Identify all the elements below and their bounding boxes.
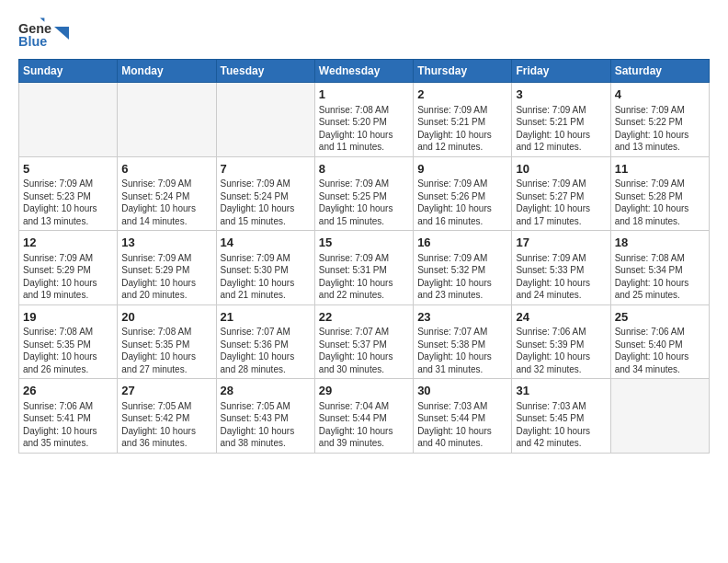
day-number: 30: [417, 383, 507, 399]
day-info: Sunrise: 7:08 AM Sunset: 5:35 PM Dayligh…: [121, 326, 211, 375]
calendar-cell: 8Sunrise: 7:09 AM Sunset: 5:25 PM Daylig…: [314, 156, 413, 231]
day-number: 6: [121, 161, 211, 178]
day-number: 24: [516, 309, 606, 326]
day-info: Sunrise: 7:05 AM Sunset: 5:43 PM Dayligh…: [221, 400, 311, 450]
day-info: Sunrise: 7:08 AM Sunset: 5:20 PM Dayligh…: [319, 104, 409, 154]
day-number: 2: [417, 86, 507, 103]
day-info: Sunrise: 7:08 AM Sunset: 5:35 PM Dayligh…: [23, 326, 113, 375]
calendar-cell: 18Sunrise: 7:08 AM Sunset: 5:34 PM Dayli…: [610, 231, 709, 305]
day-number: 3: [516, 86, 606, 103]
day-info: Sunrise: 7:09 AM Sunset: 5:27 PM Dayligh…: [516, 178, 606, 227]
day-info: Sunrise: 7:09 AM Sunset: 5:25 PM Dayligh…: [319, 178, 409, 227]
day-info: Sunrise: 7:05 AM Sunset: 5:42 PM Dayligh…: [121, 400, 211, 450]
day-number: 13: [121, 235, 211, 251]
day-number: 9: [417, 161, 507, 178]
day-number: 11: [615, 161, 705, 178]
day-info: Sunrise: 7:07 AM Sunset: 5:36 PM Dayligh…: [221, 326, 311, 375]
day-info: Sunrise: 7:06 AM Sunset: 5:41 PM Dayligh…: [23, 400, 113, 450]
calendar-cell: [118, 83, 216, 157]
logo-icon: General Blue: [18, 17, 51, 50]
calendar-cell: [216, 83, 314, 157]
calendar-cell: 31Sunrise: 7:03 AM Sunset: 5:45 PM Dayli…: [512, 379, 610, 454]
day-info: Sunrise: 7:09 AM Sunset: 5:24 PM Dayligh…: [121, 178, 211, 227]
calendar-cell: 14Sunrise: 7:09 AM Sunset: 5:30 PM Dayli…: [216, 231, 314, 305]
weekday-header-saturday: Saturday: [610, 60, 709, 83]
calendar-cell: 19Sunrise: 7:08 AM Sunset: 5:35 PM Dayli…: [19, 304, 118, 379]
day-info: Sunrise: 7:09 AM Sunset: 5:30 PM Dayligh…: [221, 252, 311, 302]
calendar-cell: 22Sunrise: 7:07 AM Sunset: 5:37 PM Dayli…: [314, 304, 413, 379]
day-info: Sunrise: 7:09 AM Sunset: 5:21 PM Dayligh…: [516, 104, 606, 154]
day-number: 15: [319, 235, 409, 251]
day-info: Sunrise: 7:09 AM Sunset: 5:26 PM Dayligh…: [417, 178, 507, 227]
calendar-cell: 16Sunrise: 7:09 AM Sunset: 5:32 PM Dayli…: [414, 231, 512, 305]
svg-marker-3: [54, 27, 69, 40]
calendar-week-row: 12Sunrise: 7:09 AM Sunset: 5:29 PM Dayli…: [19, 231, 710, 305]
day-number: 23: [417, 309, 507, 326]
day-info: Sunrise: 7:08 AM Sunset: 5:34 PM Dayligh…: [615, 252, 705, 302]
calendar-cell: 13Sunrise: 7:09 AM Sunset: 5:29 PM Dayli…: [118, 231, 216, 305]
calendar-cell: 17Sunrise: 7:09 AM Sunset: 5:33 PM Dayli…: [512, 231, 610, 305]
calendar-cell: 11Sunrise: 7:09 AM Sunset: 5:28 PM Dayli…: [610, 156, 709, 231]
day-number: 31: [516, 383, 606, 399]
day-number: 28: [221, 383, 311, 399]
day-number: 1: [319, 86, 409, 103]
header: General Blue: [18, 17, 710, 50]
calendar-cell: [19, 83, 118, 157]
day-info: Sunrise: 7:09 AM Sunset: 5:31 PM Dayligh…: [319, 252, 409, 302]
calendar-table: SundayMondayTuesdayWednesdayThursdayFrid…: [18, 59, 710, 454]
day-info: Sunrise: 7:04 AM Sunset: 5:44 PM Dayligh…: [319, 400, 409, 450]
day-number: 4: [615, 86, 705, 103]
day-number: 21: [221, 309, 311, 326]
day-info: Sunrise: 7:09 AM Sunset: 5:28 PM Dayligh…: [615, 178, 705, 227]
weekday-header-friday: Friday: [512, 60, 610, 83]
day-info: Sunrise: 7:09 AM Sunset: 5:32 PM Dayligh…: [417, 252, 507, 302]
day-number: 29: [319, 383, 409, 399]
day-info: Sunrise: 7:06 AM Sunset: 5:39 PM Dayligh…: [516, 326, 606, 375]
day-info: Sunrise: 7:07 AM Sunset: 5:37 PM Dayligh…: [319, 326, 409, 375]
calendar-cell: 24Sunrise: 7:06 AM Sunset: 5:39 PM Dayli…: [512, 304, 610, 379]
day-number: 7: [221, 161, 311, 178]
calendar-cell: 30Sunrise: 7:03 AM Sunset: 5:44 PM Dayli…: [414, 379, 512, 454]
logo-arrow-icon: [54, 27, 69, 40]
day-number: 14: [221, 235, 311, 251]
weekday-header-tuesday: Tuesday: [216, 60, 314, 83]
weekday-header-sunday: Sunday: [19, 60, 118, 83]
day-info: Sunrise: 7:03 AM Sunset: 5:45 PM Dayligh…: [516, 400, 606, 450]
day-info: Sunrise: 7:09 AM Sunset: 5:29 PM Dayligh…: [23, 252, 113, 302]
weekday-header-monday: Monday: [118, 60, 216, 83]
calendar-cell: 27Sunrise: 7:05 AM Sunset: 5:42 PM Dayli…: [118, 379, 216, 454]
day-info: Sunrise: 7:09 AM Sunset: 5:24 PM Dayligh…: [221, 178, 311, 227]
calendar-week-row: 5Sunrise: 7:09 AM Sunset: 5:23 PM Daylig…: [19, 156, 710, 231]
day-number: 10: [516, 161, 606, 178]
svg-text:Blue: Blue: [18, 34, 47, 49]
day-info: Sunrise: 7:06 AM Sunset: 5:40 PM Dayligh…: [615, 326, 705, 375]
calendar-cell: 9Sunrise: 7:09 AM Sunset: 5:26 PM Daylig…: [414, 156, 512, 231]
calendar-cell: 2Sunrise: 7:09 AM Sunset: 5:21 PM Daylig…: [414, 83, 512, 157]
calendar-week-row: 1Sunrise: 7:08 AM Sunset: 5:20 PM Daylig…: [19, 83, 710, 157]
logo: General Blue: [18, 17, 69, 50]
day-number: 18: [615, 235, 705, 251]
day-number: 17: [516, 235, 606, 251]
calendar-cell: 29Sunrise: 7:04 AM Sunset: 5:44 PM Dayli…: [314, 379, 413, 454]
day-number: 20: [121, 309, 211, 326]
calendar-cell: 6Sunrise: 7:09 AM Sunset: 5:24 PM Daylig…: [118, 156, 216, 231]
calendar-cell: 20Sunrise: 7:08 AM Sunset: 5:35 PM Dayli…: [118, 304, 216, 379]
day-number: 25: [615, 309, 705, 326]
calendar-week-row: 19Sunrise: 7:08 AM Sunset: 5:35 PM Dayli…: [19, 304, 710, 379]
calendar-cell: 15Sunrise: 7:09 AM Sunset: 5:31 PM Dayli…: [314, 231, 413, 305]
day-number: 27: [121, 383, 211, 399]
calendar-cell: 4Sunrise: 7:09 AM Sunset: 5:22 PM Daylig…: [610, 83, 709, 157]
calendar-cell: 1Sunrise: 7:08 AM Sunset: 5:20 PM Daylig…: [314, 83, 413, 157]
day-number: 12: [23, 235, 113, 251]
weekday-header-thursday: Thursday: [414, 60, 512, 83]
calendar-cell: 25Sunrise: 7:06 AM Sunset: 5:40 PM Dayli…: [610, 304, 709, 379]
calendar-cell: 28Sunrise: 7:05 AM Sunset: 5:43 PM Dayli…: [216, 379, 314, 454]
calendar-cell: 3Sunrise: 7:09 AM Sunset: 5:21 PM Daylig…: [512, 83, 610, 157]
day-info: Sunrise: 7:09 AM Sunset: 5:33 PM Dayligh…: [516, 252, 606, 302]
page: General Blue SundayMondayTuesdayWed: [0, 0, 728, 563]
calendar-cell: 10Sunrise: 7:09 AM Sunset: 5:27 PM Dayli…: [512, 156, 610, 231]
calendar-cell: 5Sunrise: 7:09 AM Sunset: 5:23 PM Daylig…: [19, 156, 118, 231]
calendar-cell: 26Sunrise: 7:06 AM Sunset: 5:41 PM Dayli…: [19, 379, 118, 454]
day-info: Sunrise: 7:09 AM Sunset: 5:22 PM Dayligh…: [615, 104, 705, 154]
day-number: 16: [417, 235, 507, 251]
